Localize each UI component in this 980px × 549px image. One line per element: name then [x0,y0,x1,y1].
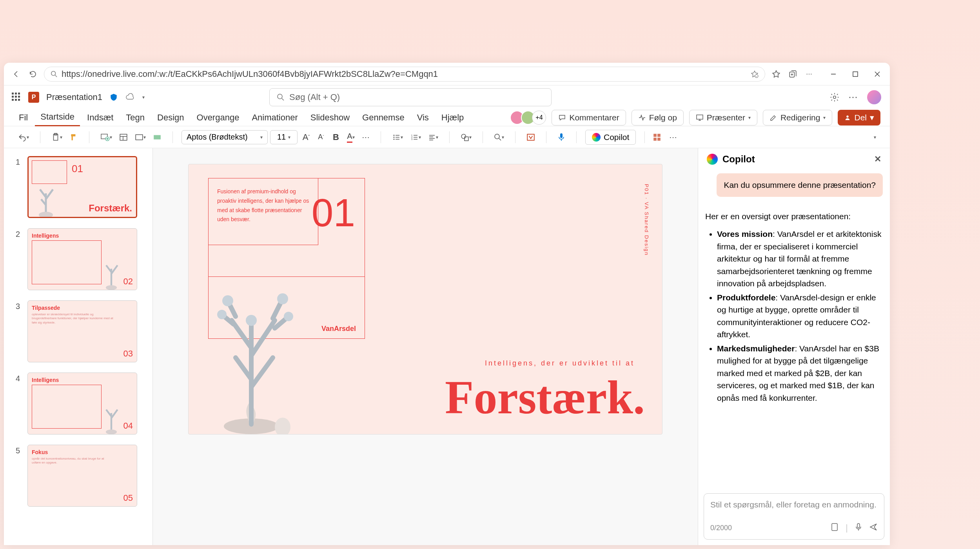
pencil-icon [769,114,777,122]
tab-vis[interactable]: Vis [412,109,434,126]
user-message: Kan du opsummere denne præsentation? [717,173,883,197]
slide-headline: Forstærk. [445,371,645,425]
tab-startside[interactable]: Startside [35,109,80,126]
svg-rect-29 [654,138,657,141]
svg-rect-4 [853,72,858,76]
find-button[interactable]: ▾ [492,130,506,144]
svg-rect-26 [560,133,563,138]
slide-thumbnail-3[interactable]: Tilpassede oplevelser er skræddersyet ti… [27,300,137,362]
svg-point-31 [39,212,53,217]
copilot-input-box[interactable]: Stil et spørgsmål, eller foretag en anmo… [704,493,884,540]
copilot-prompt-input[interactable]: Stil et spørgsmål, eller foretag en anmo… [710,500,878,520]
svg-point-0 [51,71,56,75]
tab-animationer[interactable]: Animationer [246,109,303,126]
collapse-ribbon-button[interactable]: ▾ [869,130,881,144]
slide-side-label: P01 · VA Shared Design [644,184,650,256]
bullets-button[interactable]: ▾ [390,130,405,144]
favorites-button[interactable] [771,69,782,80]
close-copilot-button[interactable]: ✕ [874,154,881,164]
present-button[interactable]: Præsenter ▾ [689,110,757,125]
extra-collaborators[interactable]: +4 [532,111,546,125]
dictate-button[interactable] [555,130,568,144]
section-button[interactable] [151,130,164,144]
align-button[interactable]: ▾ [426,130,441,144]
decrease-font-button[interactable]: Aˇ [315,130,327,144]
slide-thumbnail-1[interactable]: 01 Forstærk. [27,156,137,218]
book-icon[interactable] [831,523,838,533]
comments-button[interactable]: Kommentarer [552,110,626,125]
browser-more-button[interactable]: ⋯ [804,69,815,80]
svg-point-37 [217,310,227,319]
new-slide-button[interactable]: ▾ [98,130,114,144]
present-icon [696,114,704,122]
layout-button[interactable] [117,130,130,144]
ribbon-tabs: Fil Startside Indsæt Tegn Design Overgan… [4,109,890,126]
collections-button[interactable] [787,69,798,80]
slide-thumbnail-5[interactable]: Fokus opnår det koncentrationsniveau, du… [27,445,137,507]
tab-slideshow[interactable]: Slideshow [305,109,355,126]
svg-text:+: + [756,75,757,78]
collaborator-avatars[interactable]: +4 [513,111,546,125]
tab-indsaet[interactable]: Indsæt [82,109,119,126]
font-color-button[interactable]: A▾ [345,130,357,144]
toolbar-more-button[interactable]: ⋯ [667,130,679,144]
format-painter-button[interactable] [67,130,80,144]
slide-thumbnail-4[interactable]: Intelligens 04 [27,373,137,434]
maximize-button[interactable] [850,69,861,80]
svg-rect-13 [120,134,127,140]
increase-font-button[interactable]: Aˆ [300,130,312,144]
grid-view-button[interactable] [650,130,664,144]
refresh-button[interactable] [27,69,38,80]
tab-fil[interactable]: Fil [13,109,33,126]
document-title[interactable]: Præsentation1 [46,92,102,102]
slide-canvas-area[interactable]: Fusionen af premium-indhold og proaktiv … [153,148,698,545]
shapes-button[interactable]: ▾ [458,130,474,144]
tab-tegn[interactable]: Tegn [120,109,150,126]
send-icon[interactable] [869,523,878,533]
main-workspace: 1 01 Forstærk. 2 Intelligens 02 3 [4,148,890,545]
copilot-conversation[interactable]: Kan du opsummere denne præsentation? Her… [698,170,890,493]
svg-point-17 [394,136,395,138]
reading-icon[interactable]: + [751,70,759,78]
more-font-button[interactable]: ⋯ [359,130,372,144]
close-window-button[interactable] [872,69,883,80]
cloud-sync-icon[interactable] [125,93,135,102]
font-size-select[interactable]: 11▾ [270,130,298,144]
tab-overgange[interactable]: Overgange [191,109,245,126]
user-avatar[interactable] [866,89,882,105]
back-button[interactable] [11,69,22,80]
bold-button[interactable]: B [330,130,342,144]
search-box[interactable]: Søg (Alt + Q) [269,88,552,106]
tab-hjaelp[interactable]: Hjælp [436,109,469,126]
paste-button[interactable]: ▾ [49,130,65,144]
current-slide[interactable]: Fusionen af premium-indhold og proaktiv … [188,164,662,434]
editing-mode-button[interactable]: Redigering ▾ [763,110,833,125]
reset-button[interactable]: ▾ [132,130,148,144]
minimize-button[interactable] [828,69,839,80]
address-bar[interactable]: https://onedrive.live.com/:w:/t/EaCKkPs6… [44,67,765,82]
tab-gennemse[interactable]: Gennemse [357,109,410,126]
copilot-toolbar-button[interactable]: Copilot [585,130,636,145]
copilot-icon [592,133,601,142]
mic-icon[interactable] [855,523,862,533]
chevron-down-icon[interactable]: ▾ [142,95,145,100]
designer-button[interactable] [524,130,537,144]
copilot-pane: Copilot ✕ Kan du opsummere denne præsent… [698,148,890,545]
undo-button[interactable]: ▾ [16,130,31,144]
share-button[interactable]: Del ▾ [838,110,880,125]
numbering-button[interactable]: 123▾ [408,130,423,144]
browser-window: https://onedrive.live.com/:w:/t/EaCKkPs6… [4,63,890,545]
svg-point-16 [394,135,395,136]
copilot-header: Copilot ✕ [698,148,890,170]
svg-rect-25 [527,134,534,140]
comment-icon [558,114,566,122]
more-icon[interactable]: ⋯ [848,92,858,103]
slide-thumbnails-pane[interactable]: 1 01 Forstærk. 2 Intelligens 02 3 [4,148,153,545]
thumb-number: 1 [16,156,24,218]
app-launcher-icon[interactable] [12,93,21,102]
settings-icon[interactable] [829,92,840,102]
slide-thumbnail-2[interactable]: Intelligens 02 [27,228,137,290]
tab-design[interactable]: Design [152,109,189,126]
font-family-select[interactable]: Aptos (Brødtekst)▾ [181,130,268,144]
follow-up-button[interactable]: Følg op [632,110,684,125]
